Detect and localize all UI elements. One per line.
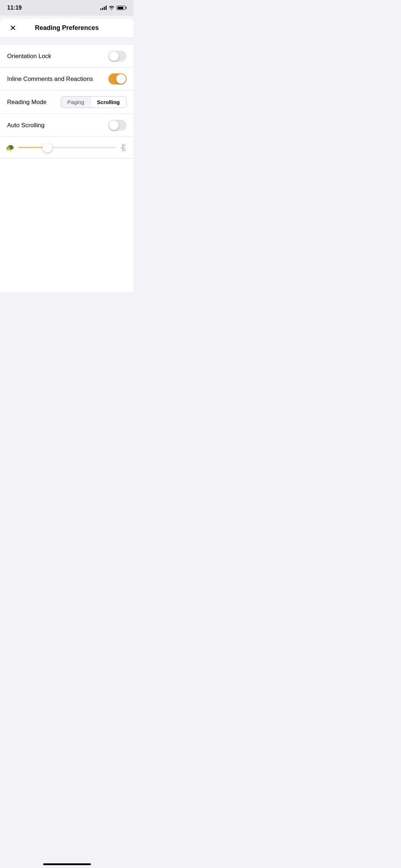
toggle-thumb-on <box>116 74 126 84</box>
slider-track <box>18 147 115 148</box>
inline-comments-label: Inline Comments and Reactions <box>7 76 93 83</box>
header: ✕ Reading Preferences <box>0 19 134 38</box>
signal-icon <box>100 6 107 10</box>
status-icons <box>100 6 127 10</box>
inline-comments-row: Inline Comments and Reactions <box>0 68 134 91</box>
header-title: Reading Preferences <box>35 24 99 32</box>
auto-scrolling-toggle[interactable] <box>108 120 127 131</box>
toggle-thumb-auto <box>109 120 119 130</box>
close-icon: ✕ <box>10 24 16 32</box>
modal-sheet: ✕ Reading Preferences Orientation Lock I… <box>0 19 134 292</box>
slow-icon: 🐢 <box>6 143 15 152</box>
auto-scrolling-label: Auto Scrolling <box>7 122 45 129</box>
reading-mode-segmented-control: Paging Scrolling <box>61 96 127 108</box>
section-gap <box>0 38 134 45</box>
reading-mode-row: Reading Mode Paging Scrolling <box>0 91 134 114</box>
segment-scrolling[interactable]: Scrolling <box>91 97 126 108</box>
slider-thumb[interactable] <box>42 143 52 153</box>
inline-comments-toggle[interactable] <box>108 73 127 84</box>
reading-mode-label: Reading Mode <box>7 99 47 106</box>
status-time: 11:19 <box>7 5 22 11</box>
wifi-icon <box>109 6 114 10</box>
settings-group: Orientation Lock Inline Comments and Rea… <box>0 45 134 159</box>
fast-icon: 🐇 <box>119 143 128 152</box>
auto-scrolling-row: Auto Scrolling <box>0 114 134 137</box>
toggle-thumb <box>109 51 119 61</box>
orientation-lock-label: Orientation Lock <box>7 53 51 60</box>
speed-slider-row: 🐢 🐇 <box>0 137 134 159</box>
segment-paging[interactable]: Paging <box>61 97 91 108</box>
close-button[interactable]: ✕ <box>7 22 19 34</box>
battery-icon <box>117 6 127 10</box>
speed-slider[interactable] <box>18 142 115 153</box>
orientation-lock-row: Orientation Lock <box>0 45 134 68</box>
orientation-lock-toggle[interactable] <box>108 51 127 62</box>
status-bar: 11:19 <box>0 0 134 16</box>
